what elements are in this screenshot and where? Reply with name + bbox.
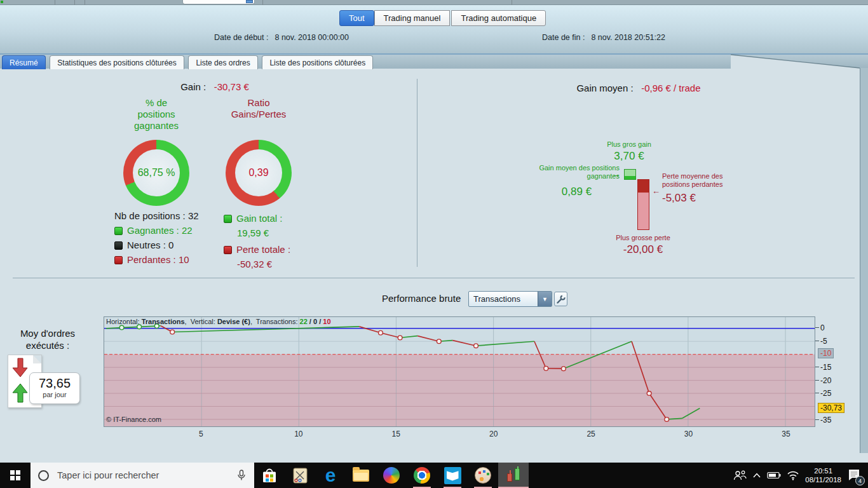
gain-value: -30,73 €	[214, 81, 249, 92]
clock-time: 20:51	[805, 466, 841, 475]
avg-orders-value-box: 73,65 par jour	[29, 372, 80, 404]
taskbar-chrome[interactable]	[407, 463, 437, 488]
y-axis-label: -15	[815, 363, 831, 372]
legend-row-perdantes: Perdantes : 10	[114, 254, 229, 265]
threshold-label: -10	[818, 348, 834, 358]
black-square-icon	[114, 241, 123, 250]
x-axis-label: 30	[679, 430, 698, 438]
candlestick-chart-icon	[505, 465, 522, 484]
current-value-label: -30,73	[818, 403, 844, 413]
filter-tout-button[interactable]: Tout	[339, 10, 374, 26]
arrow-right-icon	[612, 170, 620, 179]
taskbar-book-app[interactable]	[437, 463, 468, 488]
top-strip-separator	[262, 0, 263, 5]
store-icon	[261, 466, 278, 484]
avg-gain-value: 0,89 €	[543, 186, 610, 198]
perte-totale-row: Perte totale :	[224, 244, 325, 255]
biggest-loss-label: Plus grosse perte	[599, 234, 688, 242]
header: Tout Trading manuel Trading automatique …	[0, 5, 868, 54]
chart-settings-button[interactable]	[554, 292, 567, 306]
performance-chart	[104, 316, 815, 427]
y-axis-label: 0	[815, 323, 825, 332]
date-end-label: Date de fin :	[542, 33, 585, 42]
taskbar-store[interactable]	[254, 463, 285, 488]
y-axis: 0-5-15-20-25-35-10-30,73	[815, 316, 863, 431]
performance-dropdown[interactable]: Transactions ▼	[468, 291, 552, 307]
top-strip-field[interactable]	[182, 0, 255, 4]
gain-bar	[624, 169, 636, 180]
red-square-icon	[224, 246, 232, 254]
taskbar-file-explorer[interactable]	[346, 463, 376, 488]
top-strip-button[interactable]	[246, 0, 253, 3]
trading-filter-group: Tout Trading manuel Trading automatique	[339, 10, 546, 26]
positions-legend: Nb de positions : 32 Gagnantes : 22 Neut…	[114, 210, 229, 269]
legend-row-neutres: Neutres : 0	[114, 240, 229, 250]
positions-total: Nb de positions : 32	[114, 210, 229, 221]
winning-positions-title: % de positions gagnantes	[115, 97, 198, 132]
wifi-icon[interactable]	[787, 470, 799, 480]
avg-orders-value: 73,65	[30, 376, 79, 391]
x-axis-label: 20	[484, 430, 503, 438]
x-axis-label: 15	[386, 430, 405, 438]
microphone-icon[interactable]	[238, 470, 245, 481]
tab-liste-ordres[interactable]: Liste des ordres	[188, 55, 257, 69]
gain-summary: Gain : -30,73 €	[13, 81, 417, 92]
tab-statistiques[interactable]: Statistiques des positions clôturées	[50, 55, 184, 69]
status-dot-icon	[1, 1, 3, 3]
taskbar-edge[interactable]	[315, 463, 346, 488]
arrow-left-icon	[652, 186, 660, 196]
notification-center-button[interactable]: 4	[848, 468, 860, 482]
taskbar-search[interactable]: Taper ici pour rechercher	[31, 463, 254, 488]
avg-loss-segment	[638, 180, 649, 193]
dropdown-value: Transactions	[469, 294, 538, 304]
ratio-value: 0,39	[248, 167, 268, 179]
filter-trading-automatique-button[interactable]: Trading automatique	[451, 10, 546, 26]
tab-liste-positions[interactable]: Liste des positions clôturées	[262, 55, 373, 69]
taskbar-paint[interactable]	[468, 463, 498, 488]
horizontal-divider	[13, 278, 855, 278]
gain-moyen-value: -0,96 € / trade	[641, 83, 700, 93]
taskbar: Taper ici pour rechercher	[0, 463, 868, 488]
totals-legend: Gain total : 19,59 € Perte totale : -50,…	[224, 213, 325, 273]
taskbar-trading-app[interactable]	[498, 463, 529, 488]
page-fold-icon	[33, 355, 41, 363]
start-button[interactable]	[0, 463, 31, 488]
date-start: Date de début :8 nov. 2018 00:00:00	[214, 33, 349, 42]
winning-positions-value: 68,75 %	[138, 167, 175, 179]
paint-icon	[475, 467, 491, 484]
legend-row-gagnantes: Gagnantes : 22	[114, 225, 229, 236]
green-up-arrow-icon	[12, 383, 29, 403]
tab-resume[interactable]: Résumé	[2, 55, 46, 69]
chevron-down-icon[interactable]: ▼	[538, 292, 552, 306]
x-axis-label: 25	[581, 430, 600, 438]
x-axis-label: 5	[191, 430, 210, 438]
file-explorer-icon	[353, 470, 369, 482]
chevron-up-icon[interactable]	[752, 472, 761, 478]
winning-positions-donut: 68,75 %	[123, 140, 189, 206]
taskbar-clock[interactable]: 20:51 08/11/2018	[805, 466, 841, 484]
battery-icon[interactable]	[767, 471, 781, 479]
chrome-icon	[414, 467, 430, 484]
top-strip-separator	[512, 0, 512, 5]
copyright: © IT-Finance.com	[106, 416, 161, 423]
y-axis-label: -5	[815, 337, 827, 346]
chart-header: Horizontal: Transactions, Vertical: Devi…	[106, 318, 331, 325]
ratio-title: Ratio Gains/Pertes	[217, 97, 300, 120]
top-strip-separator	[55, 0, 55, 5]
losses-count: 10	[323, 318, 330, 325]
vertical-divider	[417, 79, 417, 267]
globe-icon	[383, 467, 400, 484]
gain-total-value: 19,59 €	[224, 227, 325, 238]
avg-orders-label: Moy d'ordres exécutés :	[0, 327, 95, 351]
taskbar-snipping-tool[interactable]	[285, 463, 315, 488]
ratio-donut: 0,39	[226, 140, 292, 206]
red-square-icon	[114, 256, 123, 264]
people-icon[interactable]	[733, 470, 747, 481]
date-start-label: Date de début :	[214, 33, 268, 42]
taskbar-globe-app[interactable]	[376, 463, 407, 488]
perte-totale-value: -50,32 €	[224, 259, 325, 269]
green-square-icon	[224, 215, 232, 223]
biggest-loss-value: -20,00 €	[599, 243, 688, 256]
wrench-icon	[557, 295, 566, 304]
filter-trading-manuel-button[interactable]: Trading manuel	[374, 10, 451, 26]
